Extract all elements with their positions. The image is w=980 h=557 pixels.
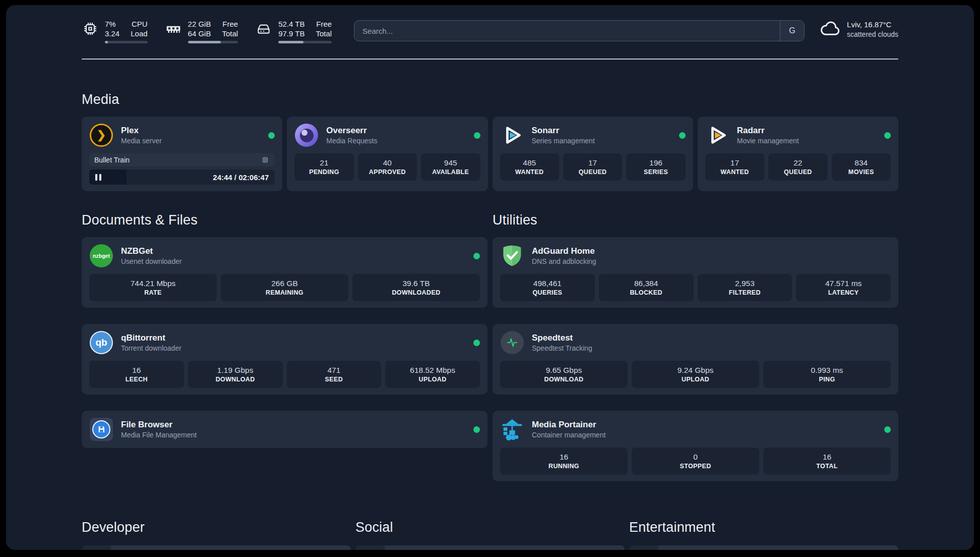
service-description: Speedtest Tracking	[532, 344, 592, 353]
header: 7% 3.24 CPU Load	[82, 19, 898, 43]
service-card-filebrowser[interactable]: File Browser Media File Management	[82, 411, 487, 448]
radarr-icon	[705, 123, 729, 147]
documents-column: Documents & Files nzbget NZBGet Usenet d…	[82, 212, 487, 481]
plex-icon	[90, 124, 113, 147]
status-dot	[473, 426, 480, 433]
search-engine-button[interactable]: G	[780, 21, 804, 41]
memory-free-value: 22 GiB	[188, 19, 211, 29]
bookmark-group-developer: Developer GH Github github.com SO StackO…	[82, 520, 351, 550]
bookmark-youtube[interactable]: YT YouTube youtube.com	[629, 545, 898, 550]
section-title-social: Social	[355, 520, 625, 535]
stat-total: 16 TOTAL	[763, 448, 891, 475]
weather-location: Lviv, 16.87°C	[847, 20, 898, 30]
service-name: NZBGet	[121, 246, 182, 257]
cpu-progress-fill	[105, 41, 108, 43]
bookmark-linkedin[interactable]: LI LinkedIn linkedin.com	[355, 545, 625, 550]
service-card-overseerr[interactable]: Overseerr Media Requests 21 PENDING 40 A…	[287, 117, 487, 191]
service-card-nzbget[interactable]: nzbget NZBGet Usenet downloader 744.21 M…	[82, 237, 487, 308]
plex-now-playing: Bullet Train 24:44 / 02:06:47	[89, 153, 275, 185]
adguard-icon	[500, 244, 524, 268]
now-playing-title: Bullet Train	[94, 156, 130, 164]
status-dot	[884, 426, 891, 433]
stat-filtered: 2,953 FILTERED	[698, 274, 792, 301]
cpu-label: CPU	[131, 19, 147, 29]
service-description: Media File Management	[121, 430, 197, 439]
bookmark-github[interactable]: GH Github github.com	[82, 545, 351, 550]
service-name: File Browser	[121, 419, 197, 430]
weather-widget[interactable]: Lviv, 16.87°C scattered clouds	[820, 20, 898, 39]
status-dot	[268, 132, 275, 139]
dashboard: 7% 3.24 CPU Load	[6, 5, 974, 550]
filebrowser-icon	[90, 418, 113, 441]
stat-seed: 471 SEED	[287, 361, 382, 388]
stat-queued: 17 QUEUED	[563, 153, 622, 181]
memory-total-value: 64 GiB	[188, 29, 211, 38]
bookmark-group-social: Social LI LinkedIn linkedin.com TW Twitt…	[355, 520, 625, 550]
status-dot	[473, 253, 480, 259]
disk-widget: 52.4 TB 97.9 TB Free Total	[255, 19, 332, 43]
service-card-sonarr[interactable]: Sonarr Series management 485 WANTED 17 Q…	[493, 117, 693, 191]
playback-progress-bar[interactable]: 24:44 / 02:06:47	[89, 170, 275, 185]
sonarr-icon	[500, 123, 524, 147]
stat-running: 16 RUNNING	[500, 448, 628, 475]
service-card-plex[interactable]: Plex Media server Bullet Train	[82, 117, 282, 191]
weather-condition: scattered clouds	[847, 30, 898, 39]
service-description: Usenet downloader	[121, 257, 182, 266]
search-input[interactable]	[354, 21, 780, 41]
cpu-load-value: 3.24	[105, 29, 119, 38]
service-card-radarr[interactable]: Radarr Movie management 17 WANTED 22 QUE…	[698, 117, 898, 191]
section-title-utilities: Utilities	[493, 212, 898, 228]
disk-free-label: Free	[316, 19, 332, 29]
service-name: Media Portainer	[532, 419, 605, 430]
stat-latency: 47.571 ms LATENCY	[796, 274, 891, 301]
service-name: Speedtest	[532, 332, 592, 344]
cpu-load-label: Load	[131, 29, 147, 38]
service-name: AdGuard Home	[532, 246, 596, 257]
stat-upload: 9.24 Gbps UPLOAD	[632, 361, 759, 388]
disk-total-label: Total	[316, 29, 332, 38]
stat-download: 9.65 Gbps DOWNLOAD	[500, 361, 628, 388]
disk-free-value: 52.4 TB	[278, 19, 304, 29]
stat-wanted: 485 WANTED	[500, 153, 559, 181]
stat-remaining: 266 GB REMAINING	[221, 274, 348, 301]
bookmark-group-entertainment: Entertainment YT YouTube youtube.com NF …	[629, 520, 898, 550]
memory-progress-fill	[188, 41, 221, 43]
status-dot	[473, 340, 480, 346]
portainer-icon	[500, 417, 524, 441]
cloud-icon	[820, 20, 841, 39]
status-dot	[474, 132, 480, 139]
service-card-speedtest[interactable]: Speedtest Speedtest Tracking 9.65 Gbps D…	[493, 324, 898, 395]
cpu-icon	[82, 20, 99, 37]
pause-icon[interactable]	[95, 174, 101, 181]
memory-total-label: Total	[222, 29, 238, 38]
status-dot	[884, 132, 891, 139]
service-card-adguard[interactable]: AdGuard Home DNS and adblocking 498,461 …	[493, 237, 898, 308]
memory-progress-track	[188, 41, 238, 43]
status-dot	[679, 132, 686, 139]
stat-available: 945 AVAILABLE	[421, 153, 480, 181]
stat-wanted: 17 WANTED	[705, 153, 764, 181]
stat-approved: 40 APPROVED	[358, 153, 417, 181]
cpu-progress-track	[105, 41, 148, 43]
section-title-documents: Documents & Files	[82, 212, 487, 228]
disk-progress-fill	[278, 41, 303, 43]
service-card-portainer[interactable]: Media Portainer Container management 16 …	[493, 411, 898, 481]
media-grid: Plex Media server Bullet Train	[82, 117, 898, 191]
service-name: Plex	[121, 125, 162, 136]
playback-time: 24:44 / 02:06:47	[213, 173, 269, 182]
utilities-column: Utilities AdGuard Home	[493, 212, 898, 481]
service-card-qbittorrent[interactable]: qb qBittorrent Torrent downloader 16 LEE…	[82, 324, 487, 395]
header-divider	[82, 59, 898, 60]
service-description: Torrent downloader	[121, 344, 181, 353]
search-bar: G	[354, 20, 805, 41]
stat-stopped: 0 STOPPED	[632, 448, 759, 475]
stat-upload: 618.52 Mbps UPLOAD	[385, 361, 480, 388]
stat-queued: 22 QUEUED	[768, 153, 827, 181]
service-description: Movie management	[737, 136, 799, 145]
stat-pending: 21 PENDING	[294, 153, 353, 181]
overseerr-icon	[295, 124, 318, 147]
transcode-chip-icon	[261, 155, 270, 164]
service-description: DNS and adblocking	[532, 257, 596, 266]
service-name: Sonarr	[532, 125, 595, 136]
nzbget-icon: nzbget	[90, 244, 113, 267]
